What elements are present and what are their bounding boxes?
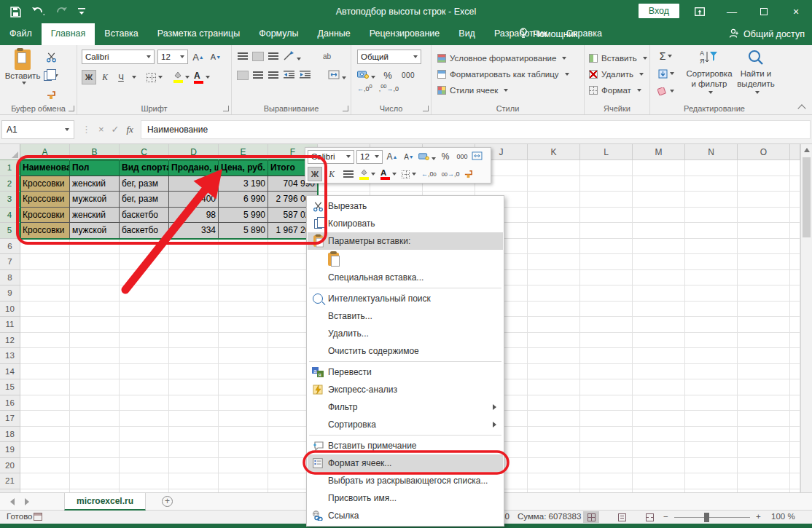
mini-comma-icon[interactable]: 000 (455, 149, 469, 164)
cell-P5[interactable] (790, 223, 800, 239)
cell-N1[interactable] (685, 160, 738, 176)
cell-A18[interactable] (20, 427, 70, 443)
paste-button[interactable]: Вставить (6, 50, 39, 84)
increase-decimal-icon[interactable]: ←,00 (357, 83, 372, 92)
cell-O9[interactable] (738, 285, 790, 302)
cell-P2[interactable] (790, 176, 800, 192)
cell-D14[interactable] (169, 364, 219, 380)
cell-E11[interactable] (219, 317, 268, 333)
cell-E6[interactable] (219, 239, 268, 255)
cell-M6[interactable] (633, 239, 685, 255)
save-icon[interactable] (10, 7, 21, 17)
cell-P8[interactable] (790, 270, 800, 286)
cell-O17[interactable] (738, 411, 790, 427)
autosum-icon[interactable]: Σ (656, 49, 676, 63)
cell-D18[interactable] (169, 427, 219, 443)
row-header-13[interactable]: 13 (0, 348, 20, 364)
cell-C2[interactable]: бег, разм (120, 176, 169, 192)
column-header-E[interactable]: E (219, 144, 268, 160)
cell-K3[interactable] (528, 192, 580, 208)
align-bottom-icon[interactable] (268, 52, 278, 60)
cell-M10[interactable] (633, 302, 685, 318)
menu-item-9[interactable]: Очистить содержимое (308, 342, 503, 360)
cell-C8[interactable] (120, 270, 169, 286)
cell-O18[interactable] (738, 427, 790, 443)
cell-O7[interactable] (738, 254, 790, 270)
column-header-O[interactable]: O (738, 144, 790, 160)
row-header-19[interactable]: 19 (0, 442, 20, 458)
cell-D12[interactable] (169, 333, 219, 349)
cell-A17[interactable] (20, 411, 70, 427)
zoom-slider-thumb[interactable] (704, 513, 709, 522)
row-header-14[interactable]: 14 (0, 364, 20, 380)
cell-E8[interactable] (219, 270, 268, 286)
cell-P17[interactable] (790, 411, 800, 427)
cell-C11[interactable] (120, 317, 169, 333)
cell-P3[interactable] (790, 192, 800, 208)
cell-M13[interactable] (633, 348, 685, 364)
cell-C20[interactable] (120, 458, 169, 474)
cell-N20[interactable] (685, 458, 738, 474)
cell-E7[interactable] (219, 254, 268, 270)
paste-option-button[interactable] (308, 250, 503, 269)
cell-M11[interactable] (633, 317, 685, 333)
cell-P6[interactable] (790, 239, 800, 255)
zoom-out-icon[interactable]: − (663, 512, 668, 521)
cell-C13[interactable] (120, 348, 169, 364)
cell-A14[interactable] (20, 364, 70, 380)
cell-C5[interactable]: баскетбо (120, 223, 169, 239)
cell-K5[interactable] (528, 223, 580, 239)
cell-B2[interactable]: женский (70, 176, 120, 192)
column-header-B[interactable]: B (70, 144, 120, 160)
cell-M15[interactable] (633, 379, 685, 395)
cell-K7[interactable] (528, 254, 580, 270)
cell-N18[interactable] (685, 427, 738, 443)
cell-C12[interactable] (120, 333, 169, 349)
cell-K1[interactable] (528, 160, 580, 176)
menu-item-19[interactable]: Присвоить имя... (308, 489, 503, 507)
column-header-partial[interactable] (790, 144, 800, 160)
alignment-dialog-launcher[interactable] (343, 106, 348, 111)
cell-N11[interactable] (685, 317, 738, 333)
cell-M8[interactable] (633, 270, 685, 286)
bold-button[interactable]: Ж (82, 70, 96, 84)
cut-icon[interactable] (42, 50, 60, 64)
cell-B15[interactable] (70, 379, 120, 395)
column-header-M[interactable]: M (633, 144, 685, 160)
cell-E2[interactable]: 3 190 (219, 176, 268, 192)
cell-A2[interactable]: Кроссовки (20, 176, 70, 192)
insert-cells-button[interactable]: Вставить (589, 50, 647, 66)
menu-item-11[interactable]: aяПеревести (308, 363, 503, 381)
cell-K20[interactable] (528, 458, 580, 474)
row-header-1[interactable]: 1 (0, 160, 20, 176)
cell-B3[interactable]: мужской (70, 192, 120, 208)
tab-6[interactable]: Рецензирование (360, 23, 450, 45)
number-format-select[interactable]: Общий (357, 50, 421, 64)
cell-L8[interactable] (580, 270, 633, 286)
mini-decrease-font-icon[interactable]: A▼ (402, 149, 416, 164)
cell-M21[interactable] (633, 473, 685, 489)
cancel-icon[interactable]: × (98, 124, 104, 135)
cell-E13[interactable] (219, 348, 268, 364)
cell-N21[interactable] (685, 473, 738, 489)
cell-E18[interactable] (219, 427, 268, 443)
cell-N7[interactable] (685, 254, 738, 270)
cell-A16[interactable] (20, 395, 70, 411)
zoom-in-icon[interactable]: + (756, 512, 761, 521)
tab-7[interactable]: Вид (449, 23, 485, 45)
cell-E5[interactable]: 5 890 (219, 223, 268, 239)
cell-O13[interactable] (738, 348, 790, 364)
maximize-button[interactable] (748, 0, 780, 23)
cell-P15[interactable] (790, 379, 800, 395)
cell-A7[interactable] (20, 254, 70, 270)
cell-O1[interactable] (738, 160, 790, 176)
row-header-16[interactable]: 16 (0, 395, 20, 411)
cell-N8[interactable] (685, 270, 738, 286)
cell-A1[interactable]: Наименование (20, 160, 70, 176)
cell-D6[interactable] (169, 239, 219, 255)
cell-B4[interactable]: женский (70, 208, 120, 224)
cell-B1[interactable]: Пол (70, 160, 120, 176)
cell-P7[interactable] (790, 254, 800, 270)
cell-K17[interactable] (528, 411, 580, 427)
cell-C7[interactable] (120, 254, 169, 270)
